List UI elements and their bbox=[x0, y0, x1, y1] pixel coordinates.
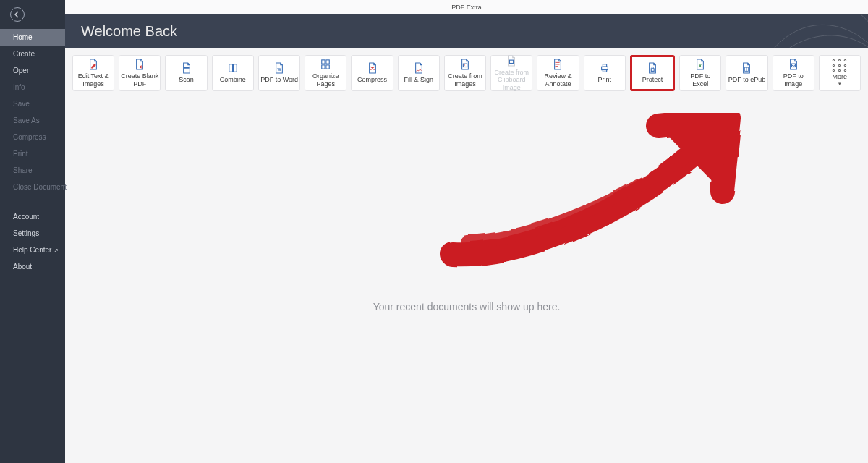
fromimg-icon bbox=[460, 59, 470, 70]
protect-icon bbox=[647, 62, 658, 74]
back-row bbox=[0, 0, 65, 29]
print-icon bbox=[600, 62, 610, 74]
svg-rect-1 bbox=[184, 67, 189, 68]
sidebar-item-save: Save bbox=[0, 95, 65, 112]
sidebar-item-info: Info bbox=[0, 79, 65, 95]
tool-label: Compress bbox=[357, 76, 387, 83]
svg-rect-9 bbox=[463, 64, 467, 67]
tool-label: Fill & Sign bbox=[404, 76, 434, 83]
edit-icon bbox=[88, 59, 98, 70]
svg-rect-5 bbox=[322, 60, 325, 64]
svg-rect-7 bbox=[322, 65, 325, 69]
sidebar-item-label: Create bbox=[13, 50, 35, 58]
app-title: PDF Extra bbox=[451, 4, 482, 11]
main: PDF Extra Welcome Back Edit Text & Image… bbox=[65, 0, 868, 463]
blank-icon bbox=[135, 59, 145, 70]
tool-print[interactable]: Print bbox=[584, 55, 626, 91]
tool-toepub[interactable]: PDF to ePub bbox=[726, 55, 767, 91]
sidebar-item-print: Print bbox=[0, 145, 65, 162]
tool-blank[interactable]: Create Blank PDF bbox=[119, 55, 161, 91]
svg-text:W: W bbox=[278, 68, 281, 72]
tool-compress[interactable]: Compress bbox=[351, 55, 393, 91]
sidebar-item-label: About bbox=[13, 263, 32, 271]
sidebar-footer-help-center[interactable]: Help Center↗ bbox=[0, 242, 65, 258]
toepub-icon bbox=[741, 62, 752, 74]
sidebar-item-label: Settings bbox=[13, 229, 39, 237]
tool-label: Create from Clipboard Image bbox=[493, 69, 530, 91]
tool-label: Review & Annotate bbox=[539, 72, 576, 88]
tool-toimage[interactable]: PDF to Image bbox=[773, 55, 814, 91]
tool-annotate[interactable]: Review & Annotate bbox=[537, 55, 579, 91]
sidebar-item-label: Close Document bbox=[13, 183, 67, 191]
content-area: Your recent documents will show up here. bbox=[65, 91, 868, 463]
svg-text:X: X bbox=[699, 64, 702, 69]
sidebar-footer-settings[interactable]: Settings bbox=[0, 225, 65, 242]
sidebar-footer-account[interactable]: Account bbox=[0, 208, 65, 225]
sidebar-item-label: Info bbox=[13, 83, 25, 91]
sidebar-item-label: Print bbox=[13, 150, 28, 158]
sidebar-item-label: Compress bbox=[13, 133, 46, 141]
svg-rect-15 bbox=[651, 69, 654, 72]
tool-sign[interactable]: Fill & Sign bbox=[398, 55, 440, 91]
empty-state-text: Your recent documents will show up here. bbox=[373, 301, 561, 313]
back-button[interactable] bbox=[10, 7, 25, 22]
sidebar-item-close-document: Close Document bbox=[0, 179, 65, 195]
tool-label: PDF to Word bbox=[260, 76, 298, 83]
tool-label: Combine bbox=[220, 76, 246, 83]
sidebar-item-home[interactable]: Home bbox=[0, 29, 65, 46]
welcome-text: Welcome Back bbox=[81, 23, 177, 40]
tool-fromimg[interactable]: Create from Images bbox=[444, 55, 486, 91]
organize-icon bbox=[320, 59, 331, 70]
combine-icon bbox=[228, 62, 238, 74]
compress-icon bbox=[367, 62, 378, 74]
sidebar-item-label: Account bbox=[13, 213, 39, 221]
toexcel-icon: X bbox=[695, 59, 705, 70]
tool-combine[interactable]: Combine bbox=[212, 55, 254, 91]
back-arrow-icon bbox=[14, 11, 21, 18]
tool-label: PDF to Image bbox=[775, 72, 812, 88]
svg-rect-8 bbox=[326, 65, 329, 69]
external-link-icon: ↗ bbox=[54, 247, 59, 254]
tool-scan[interactable]: Scan bbox=[165, 55, 207, 91]
more-icon: ∘∘∘∘∘∘∘∘∘ bbox=[831, 59, 848, 71]
tool-toexcel[interactable]: XPDF to Excel bbox=[679, 55, 721, 91]
sidebar-item-share: Share bbox=[0, 162, 65, 179]
annotation-arrow-icon bbox=[369, 113, 745, 286]
sidebar-item-label: Save As bbox=[13, 116, 40, 124]
tool-label: Scan bbox=[179, 76, 194, 83]
tool-label: Print bbox=[597, 76, 611, 83]
sidebar-item-save-as: Save As bbox=[0, 112, 65, 129]
tool-more[interactable]: ∘∘∘∘∘∘∘∘∘More▾ bbox=[819, 55, 861, 91]
tool-label: Create Blank PDF bbox=[121, 72, 158, 88]
tool-toword[interactable]: WPDF to Word bbox=[258, 55, 300, 91]
titlebar: PDF Extra bbox=[65, 0, 868, 14]
tool-edit[interactable]: Edit Text & Images bbox=[72, 55, 114, 91]
sidebar-item-label: Open bbox=[13, 67, 30, 75]
svg-rect-6 bbox=[326, 60, 329, 64]
sidebar-item-label: Help Center bbox=[13, 246, 51, 254]
sidebar-footer-about[interactable]: About bbox=[0, 258, 65, 275]
annotate-icon bbox=[553, 59, 563, 70]
sidebar-item-label: Home bbox=[13, 33, 33, 41]
tool-protect[interactable]: Protect bbox=[630, 55, 675, 91]
sidebar-item-open[interactable]: Open bbox=[0, 62, 65, 79]
sign-icon bbox=[414, 62, 424, 74]
tool-row: Edit Text & ImagesCreate Blank PDFScanCo… bbox=[65, 48, 868, 91]
tool-label: PDF to Excel bbox=[681, 72, 719, 88]
scan-icon bbox=[182, 62, 192, 74]
tool-organize[interactable]: Organize Pages bbox=[305, 55, 346, 91]
welcome-decoration-icon bbox=[760, 14, 868, 48]
tool-label: Edit Text & Images bbox=[75, 72, 112, 88]
welcome-banner: Welcome Back bbox=[65, 14, 868, 48]
sidebar-item-create[interactable]: Create bbox=[0, 46, 65, 62]
toword-icon: W bbox=[274, 62, 284, 74]
tool-label: Protect bbox=[642, 76, 663, 83]
tool-label: Create from Images bbox=[446, 72, 484, 88]
tool-label: More bbox=[833, 73, 848, 80]
sidebar: HomeCreateOpenInfoSaveSave AsCompressPri… bbox=[0, 0, 65, 463]
app-root: HomeCreateOpenInfoSaveSave AsCompressPri… bbox=[0, 0, 868, 463]
tool-label: PDF to ePub bbox=[728, 76, 766, 83]
svg-rect-11 bbox=[510, 60, 514, 63]
svg-point-10 bbox=[464, 64, 464, 65]
toimage-icon bbox=[788, 59, 799, 70]
